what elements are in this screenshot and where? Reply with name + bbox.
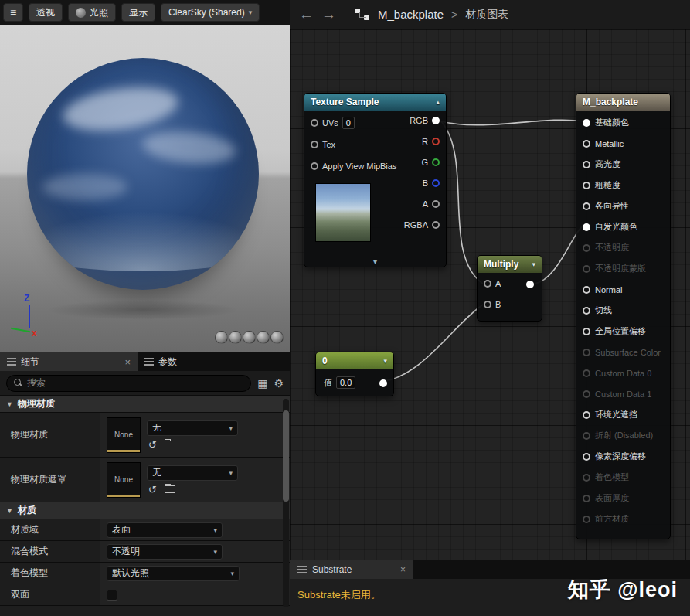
browse-asset-icon[interactable] — [165, 441, 175, 448]
shading-model-input-pin[interactable] — [583, 474, 590, 482]
perspective-label: 透视 — [36, 6, 55, 19]
specular-input-pin[interactable] — [583, 161, 590, 168]
section-material[interactable]: ▼ 材质 — [0, 502, 290, 519]
metallic-input-pin[interactable] — [583, 140, 590, 148]
asset-thumbnail-none[interactable]: None — [107, 417, 141, 453]
pdo-input-pin[interactable] — [583, 453, 590, 461]
material-domain-dropdown[interactable]: 表面 ▾ — [107, 522, 223, 538]
expand-chevron-icon[interactable]: ▾ — [373, 257, 377, 266]
custom-data-1-input-pin[interactable] — [583, 390, 590, 398]
grid-view-icon[interactable]: ▦ — [257, 378, 267, 389]
surface-thickness-input-pin[interactable] — [583, 495, 590, 502]
node-multiply[interactable]: Multiply ▾ A B — [477, 255, 542, 322]
graph-pane: ← → M_backplate > 材质图表 Texture Sample ▴ — [290, 0, 690, 616]
use-selected-asset-icon[interactable]: ↺ — [148, 485, 157, 495]
preview-mesh-plane-button[interactable] — [243, 331, 256, 344]
search-input[interactable]: 搜索 — [6, 375, 251, 392]
node-texture-sample[interactable]: Texture Sample ▴ UVs 0 Tex Apply View Mi… — [304, 93, 447, 267]
wpo-input-pin[interactable] — [583, 328, 590, 335]
node-result-m-backplate[interactable]: M_backplate 基础颜色 Metallic 高光度 粗糙度 各向异性 自… — [576, 93, 671, 539]
b-output-pin[interactable] — [432, 179, 440, 187]
texture-sample-header[interactable]: Texture Sample ▴ — [304, 94, 446, 111]
shading-model-dropdown[interactable]: 默认光照 ▾ — [107, 566, 240, 581]
tab-substrate[interactable]: Substrate × — [290, 560, 413, 579]
preview-mesh-sphere-button[interactable] — [229, 331, 242, 344]
rgba-output-pin[interactable] — [432, 221, 440, 229]
preview-mesh-teapot-button[interactable] — [270, 331, 284, 344]
refraction-input-pin[interactable] — [583, 432, 590, 440]
r-output-pin[interactable] — [432, 138, 440, 145]
section-physical-material[interactable]: ▼ 物理材质 — [0, 396, 290, 413]
physical-material-dropdown[interactable]: 无 ▾ — [147, 420, 238, 436]
breadcrumb-current[interactable]: 材质图表 — [465, 8, 508, 22]
close-icon[interactable]: × — [400, 564, 406, 575]
axis-gizmo: Z x — [11, 295, 48, 342]
asset-thumbnail-none[interactable]: None — [107, 462, 141, 498]
back-arrow-icon[interactable]: ← — [299, 7, 314, 22]
forward-arrow-icon[interactable]: → — [321, 7, 336, 22]
preview-mesh-cylinder-button[interactable] — [215, 331, 228, 344]
preview-scene-dropdown[interactable]: ClearSky (Shared)▾ — [161, 3, 260, 22]
graph-canvas[interactable]: Texture Sample ▴ UVs 0 Tex Apply View Mi… — [290, 29, 690, 560]
perspective-button[interactable]: 透视 — [29, 3, 63, 22]
constant-value-box[interactable]: 0.0 — [336, 376, 355, 389]
pin-roughness: 粗糙度 — [576, 175, 670, 196]
pin-specular: 高光度 — [576, 154, 670, 175]
custom-data-0-input-pin[interactable] — [583, 369, 590, 377]
gear-icon[interactable]: ⚙ — [274, 378, 284, 389]
multiply-output-pin[interactable] — [526, 281, 534, 288]
use-selected-asset-icon[interactable]: ↺ — [148, 440, 157, 450]
tab-details[interactable]: 细节 × — [0, 352, 138, 371]
breadcrumb-root[interactable]: M_backplate — [378, 8, 444, 21]
normal-input-pin[interactable] — [583, 286, 590, 294]
ao-input-pin[interactable] — [583, 411, 590, 419]
blend-mode-dropdown[interactable]: 不透明 ▾ — [107, 544, 223, 560]
front-material-input-pin[interactable] — [583, 516, 590, 523]
preview-mesh-cube-button[interactable] — [257, 331, 270, 344]
wire-rgb-to-basecolor[interactable] — [441, 120, 583, 125]
pin-subsurface-color: Subsurface Color — [576, 342, 670, 362]
base-color-input-pin[interactable] — [583, 119, 590, 127]
constant-header[interactable]: 0 ▾ — [316, 352, 393, 369]
g-output-pin[interactable] — [432, 158, 440, 166]
uvs-value-box[interactable]: 0 — [342, 117, 355, 129]
subsurface-input-pin[interactable] — [583, 349, 590, 356]
multiply-a-input-pin[interactable] — [484, 280, 491, 288]
rgb-output-pin[interactable] — [432, 117, 440, 124]
collapse-icon[interactable]: ▴ — [436, 98, 440, 106]
wire-constant-to-multiply-b[interactable] — [384, 305, 483, 381]
pin-label: 像素深度偏移 — [595, 451, 646, 462]
node-constant[interactable]: 0 ▾ 值 0.0 — [315, 352, 394, 396]
close-icon[interactable]: × — [124, 356, 131, 368]
tex-input-pin[interactable] — [311, 141, 318, 148]
opacity-input-pin[interactable] — [583, 244, 590, 252]
row-two-sided: 双面 — [0, 584, 290, 606]
node-title: 0 — [322, 356, 328, 366]
tab-parameters[interactable]: 参数 — [138, 352, 184, 371]
result-node-header[interactable]: M_backplate — [576, 94, 670, 111]
mipbias-input-pin[interactable] — [311, 162, 318, 170]
pin-r: R — [422, 137, 440, 146]
preview-viewport[interactable]: Z x — [0, 25, 290, 352]
roughness-input-pin[interactable] — [583, 182, 590, 189]
two-sided-checkbox[interactable] — [107, 590, 117, 601]
a-output-pin[interactable] — [432, 200, 440, 208]
axis-x-label: x — [32, 328, 37, 339]
multiply-b-input-pin[interactable] — [484, 301, 491, 308]
texture-preview-thumbnail[interactable] — [315, 183, 371, 242]
physical-material-mask-dropdown[interactable]: 无 ▾ — [147, 465, 238, 481]
axis-y-line — [11, 328, 30, 332]
value-label: 值 — [324, 377, 332, 389]
viewport-menu-button[interactable]: ≡ — [3, 3, 23, 22]
multiply-header[interactable]: Multiply ▾ — [478, 256, 542, 273]
lit-mode-button[interactable]: 光照 — [68, 3, 116, 22]
opacity-mask-input-pin[interactable] — [583, 265, 590, 273]
browse-asset-icon[interactable] — [165, 485, 175, 493]
constant-output-pin[interactable] — [379, 379, 387, 387]
uvs-input-pin[interactable] — [311, 119, 318, 127]
emissive-input-pin[interactable] — [583, 223, 590, 231]
show-button[interactable]: 显示 — [121, 3, 155, 22]
anisotropy-input-pin[interactable] — [583, 202, 590, 210]
details-scrollbar-thumb[interactable] — [283, 410, 289, 502]
tangent-input-pin[interactable] — [583, 307, 590, 315]
